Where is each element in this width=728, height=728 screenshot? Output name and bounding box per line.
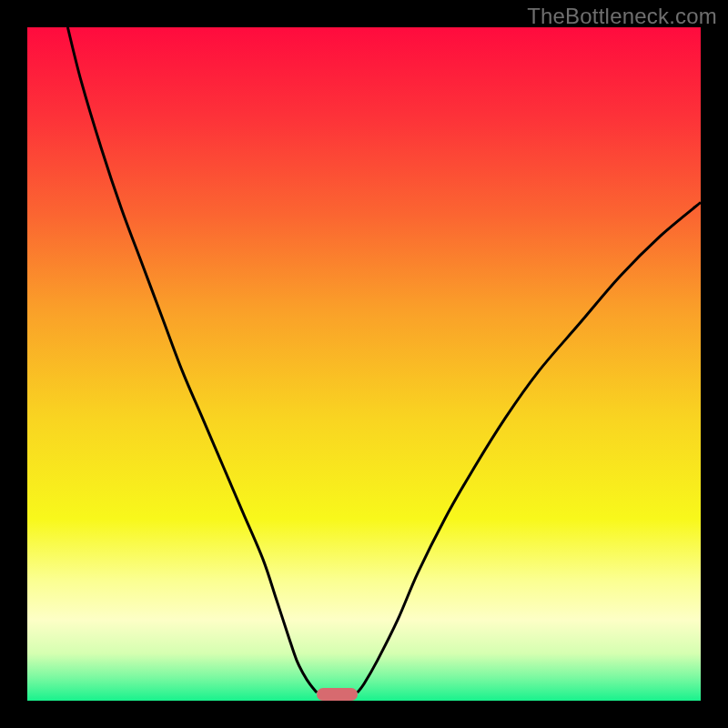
chart-frame — [27, 27, 701, 701]
gradient-background — [27, 27, 701, 701]
bottleneck-chart — [27, 27, 701, 701]
optimal-marker — [317, 688, 357, 701]
watermark-text: TheBottleneck.com — [527, 4, 717, 29]
